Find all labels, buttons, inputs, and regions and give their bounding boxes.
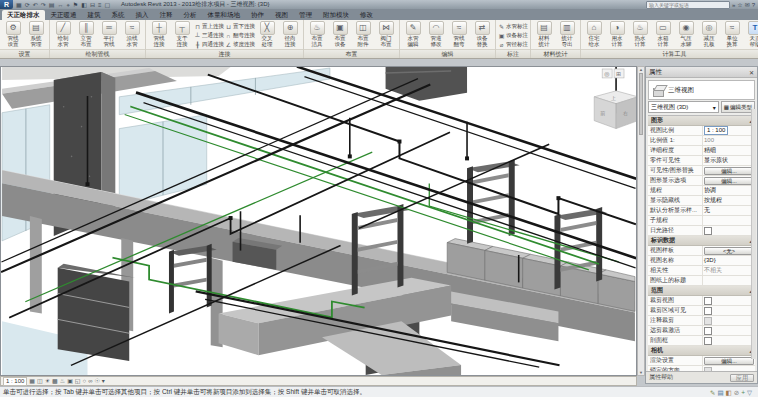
drawing-area[interactable]: 上 前 右 ◎ ⊞ [0,66,637,376]
ribbon-tab-6[interactable]: 注释 [155,10,178,20]
slope-connect-button[interactable]: ∠坡度连接 [225,40,255,49]
pipe-tag-button[interactable]: ✎水管标注 [498,22,528,31]
viewcube-front-label[interactable]: 前 [600,110,605,116]
scroll-thumb[interactable] [639,73,643,135]
edit-pipe-button[interactable]: ✎水管编辑 [402,21,424,47]
draw-pipe-button[interactable]: ╱绘制水管 [52,21,74,47]
thin-lines-icon[interactable]: ≡ [97,1,103,9]
orifice-plate-button[interactable]: ◎减压孔板 [698,21,720,47]
place-accessory-button[interactable]: ◫布置附件 [352,21,374,47]
aligned-dimension-icon[interactable]: ⌖ [65,1,70,9]
undo-icon[interactable]: ↶ [32,1,39,9]
equipment-tag-button[interactable]: ▣设备标注 [498,31,528,40]
pan-zoom-icon[interactable]: ⊞ [616,71,621,77]
ribbon-tab-9[interactable]: 协作 [246,10,269,20]
worksets-icon[interactable]: ▤ [717,388,723,397]
communication-center-icon[interactable]: ✉ [745,1,750,9]
search-icon[interactable]: » [732,1,735,9]
ribbon-tab-1[interactable]: 天正给排水 [2,10,45,20]
properties-help-link[interactable]: 属性帮助 [649,373,673,382]
pipe-offset-button[interactable]: ≈管线翻弯 [448,21,470,47]
ribbon-tab-11[interactable]: 管理 [294,10,317,20]
reveal-hidden-elements-icon[interactable]: ☉ [94,377,99,385]
steering-wheel-icon[interactable]: ◎ [604,71,609,77]
ribbon-tab-13[interactable]: 修改 [355,10,378,20]
viewcube-top-label[interactable]: 上 [611,95,616,101]
crossing-handle-button[interactable]: ╳交叉处理 [256,21,278,47]
export-schedule-button[interactable]: ▥统计导出 [556,21,578,47]
cross-connect-button[interactable]: ╂四通连接 [194,40,224,49]
viewbar-more-icon[interactable]: ▾ [102,377,105,385]
edit-type-button[interactable]: ▦ 编辑类型 [721,101,755,113]
checkbox[interactable] [704,337,712,345]
checkbox[interactable] [704,327,712,335]
sun-path-icon[interactable]: ☀ [45,377,50,385]
subscription-center-icon[interactable]: ☆ [737,1,742,9]
viewcube-right-label[interactable]: 右 [623,110,628,117]
checkbox[interactable] [704,297,712,305]
offset-connect-button[interactable]: ∩翻弯连接 [225,31,255,40]
ribbon-tab-5[interactable]: 插入 [131,10,154,20]
scroll-up-icon[interactable]: ▲ [638,67,644,72]
canvas-vertical-scrollbar[interactable]: ▲ ▼ [637,66,645,376]
place-fixture-button[interactable]: ♨布置洁具 [306,21,328,47]
diameter-tag-button[interactable]: ⌀管径标注 [498,40,528,49]
property-group-header[interactable]: 图形▴ [648,116,755,126]
temporary-hide-isolate-icon[interactable]: ∞ [88,377,92,385]
hot-water-button[interactable]: ♨热水计算 [629,21,651,47]
sync-icon[interactable]: ⟳ [24,1,31,9]
scale-button[interactable]: 1 : 100 [3,377,27,386]
unit-convert-button[interactable]: ≈单位换算 [721,21,743,47]
property-group-header[interactable]: 相机▴ [648,346,755,356]
application-menu-button[interactable]: R [0,0,13,9]
ribbon-tab-4[interactable]: 系统 [107,10,130,20]
filter-icon[interactable]: ▽ [747,388,752,397]
branch-connect-button[interactable]: ┬支干连接 [171,21,193,47]
material-takeoff-button[interactable]: ▤材料统计 [533,21,555,47]
riser-pipe-button[interactable]: ║立管布置 [75,21,97,47]
type-selector[interactable]: 三维视图 [648,80,755,100]
properties-scrollbar[interactable] [751,109,756,359]
show-rendering-dialog-icon[interactable]: ♨ [60,377,65,385]
connect-top-button[interactable]: ⊓置上连接 [194,22,224,31]
default-3d-view-icon[interactable]: ◧ [80,1,88,9]
ribbon-tab-8[interactable]: 体量和场地 [203,10,246,20]
editable-only-icon[interactable]: ✎ [710,388,715,397]
exclude-options-icon[interactable]: ⊘ [734,388,739,397]
pressure-tank-button[interactable]: ◉气压水罐 [675,21,697,47]
shadows-icon[interactable]: ▩ [52,377,58,385]
visual-style-icon[interactable]: ◫ [37,377,43,385]
tee-connect-button[interactable]: ┴三通连接 [194,31,224,40]
checkbox[interactable] [704,307,712,315]
modify-duct-button[interactable]: ◠管道修改 [425,21,447,47]
show-crop-region-icon[interactable]: ◱ [75,377,81,385]
ribbon-tab-10[interactable]: 视图 [270,10,293,20]
ribbon-tab-12[interactable]: 附加模块 [318,10,354,20]
crop-view-icon[interactable]: ▣ [67,377,73,385]
measure-icon[interactable]: ↔ [56,1,64,9]
property-group-header[interactable]: 标识数据▴ [648,236,755,246]
tangent-help-button[interactable]: T天正帮助 [744,21,758,47]
section-icon[interactable]: ⊟ [89,1,96,9]
switch-windows-icon[interactable]: ▢ [103,1,111,9]
redo-icon[interactable]: ↷ [40,1,47,9]
apply-button[interactable]: 应用 [730,374,754,382]
radial-connect-button[interactable]: ⊕径向连接 [279,21,301,47]
place-equipment-button[interactable]: ▣布置设备 [329,21,351,47]
view-type-dropdown[interactable]: 三维视图 (3D) ▾ [648,101,719,113]
pipe-connect-button[interactable]: ┼管线连接 [148,21,170,47]
help-icon[interactable]: ? [752,1,755,9]
detail-level-icon[interactable]: ▦ [29,377,35,385]
property-group-header[interactable]: 范围▴ [648,286,755,296]
print-icon[interactable]: ▤ [48,1,56,9]
save-icon[interactable]: ▦ [15,1,23,9]
parallel-pipes-button[interactable]: ═平行管线 [98,21,120,47]
navigation-bar[interactable]: ◎ ⊞ [602,69,624,78]
unlocked-3d-view-icon[interactable]: ○ [83,377,87,385]
place-valve-button[interactable]: ⋈阀门布置 [375,21,397,47]
along-line-pipe-button[interactable]: ≈沿线水管 [121,21,143,47]
viewcube[interactable]: 上 前 右 [594,91,636,129]
ribbon-tab-2[interactable]: 天正暖通 [46,10,82,20]
model-3d-view[interactable]: 上 前 右 ◎ ⊞ [1,67,636,375]
checkbox[interactable] [704,317,712,325]
